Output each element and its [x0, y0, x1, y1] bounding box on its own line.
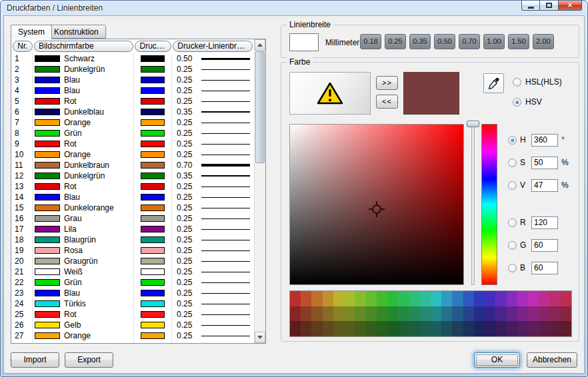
close-button[interactable]: ×: [559, 1, 582, 11]
palette-cell[interactable]: [344, 291, 355, 306]
color-mode-option[interactable]: HSL(HLS): [513, 77, 562, 87]
palette-cell[interactable]: [485, 321, 495, 336]
palette-cell[interactable]: [463, 321, 474, 336]
header-print-linewidth[interactable]: Drucker-Linienbrei...: [173, 41, 253, 52]
color-mode-radio[interactable]: [513, 98, 521, 107]
palette-cell[interactable]: [507, 321, 517, 336]
palette-cell[interactable]: [420, 291, 431, 306]
palette-cell[interactable]: [517, 306, 528, 322]
palette-cell[interactable]: [355, 306, 365, 322]
table-row[interactable]: 3Blau0.25: [11, 75, 254, 85]
palette-cell[interactable]: [366, 291, 377, 306]
palette-cell[interactable]: [550, 306, 561, 322]
table-row[interactable]: 19Rosa0.25: [11, 245, 254, 256]
transfer-right-button[interactable]: >>: [376, 76, 398, 90]
palette-cell[interactable]: [539, 306, 549, 322]
blue-input[interactable]: [531, 262, 558, 274]
palette-cell[interactable]: [495, 291, 506, 306]
palette-cell[interactable]: [333, 291, 344, 306]
table-row[interactable]: 27Orange0.25: [11, 330, 254, 341]
saturation-input[interactable]: [531, 157, 558, 169]
palette-cell[interactable]: [539, 291, 549, 306]
table-row[interactable]: 11Dunkelbraun0.70: [11, 160, 254, 171]
table-row[interactable]: 24Türkis0.25: [11, 298, 254, 309]
linewidth-preset-button[interactable]: 2.00: [533, 34, 554, 49]
table-row[interactable]: 1Schwarz0.50: [11, 53, 254, 64]
table-row[interactable]: 25Rot0.25: [11, 309, 254, 320]
palette-cell[interactable]: [387, 291, 398, 306]
palette-cell[interactable]: [311, 291, 322, 306]
palette-cell[interactable]: [507, 306, 517, 322]
palette-cell[interactable]: [366, 306, 377, 322]
palette-cell[interactable]: [377, 291, 387, 306]
vertical-scrollbar[interactable]: [254, 39, 265, 343]
palette-cell[interactable]: [561, 321, 571, 336]
table-row[interactable]: 7Orange0.25: [11, 117, 254, 128]
transfer-left-button[interactable]: <<: [376, 95, 398, 109]
palette-cell[interactable]: [301, 306, 311, 322]
scroll-down-button[interactable]: [255, 332, 265, 343]
scrollbar-thumb[interactable]: [255, 51, 265, 163]
green-input[interactable]: [531, 239, 558, 252]
palette-cell[interactable]: [323, 306, 333, 322]
palette-cell[interactable]: [366, 321, 377, 336]
linewidth-preset-button[interactable]: 0.70: [459, 34, 480, 49]
hue-radio[interactable]: [508, 136, 517, 145]
table-row[interactable]: 5Rot0.25: [11, 96, 254, 107]
palette-cell[interactable]: [355, 291, 365, 306]
table-row[interactable]: 8Grün0.25: [11, 128, 254, 139]
sv-field[interactable]: [289, 124, 464, 285]
table-row[interactable]: 20Graugrün0.25: [11, 256, 254, 266]
palette-cell[interactable]: [398, 321, 409, 336]
table-row[interactable]: 14Blau0.25: [11, 192, 254, 202]
palette-cell[interactable]: [452, 306, 463, 322]
palette-cell[interactable]: [290, 306, 301, 322]
table-row[interactable]: 22Grün0.25: [11, 277, 254, 288]
palette-cell[interactable]: [431, 306, 441, 322]
header-print-color[interactable]: Druckf...: [135, 41, 171, 52]
header-screen-color[interactable]: Bildschirmfarbe: [34, 41, 134, 52]
palette-cell[interactable]: [539, 321, 549, 336]
palette-cell[interactable]: [550, 321, 561, 336]
header-nr[interactable]: Nr.: [13, 41, 33, 52]
palette-cell[interactable]: [323, 291, 333, 306]
tab-system[interactable]: System: [11, 25, 52, 39]
palette-cell[interactable]: [431, 291, 441, 306]
palette-cell[interactable]: [311, 306, 322, 322]
green-radio[interactable]: [508, 241, 517, 250]
palette-cell[interactable]: [344, 321, 355, 336]
palette-cell[interactable]: [290, 321, 301, 336]
color-mode-option[interactable]: HSV: [513, 97, 562, 107]
linewidth-preset-button[interactable]: 0.50: [434, 34, 455, 49]
palette-cell[interactable]: [528, 306, 539, 322]
palette-cell[interactable]: [452, 291, 463, 306]
table-row[interactable]: 9Rot0.25: [11, 139, 254, 149]
palette-cell[interactable]: [441, 291, 452, 306]
palette-cell[interactable]: [528, 321, 539, 336]
palette-cell[interactable]: [517, 291, 528, 306]
table-row[interactable]: 10Orange0.25: [11, 149, 254, 160]
scroll-up-button[interactable]: [255, 39, 265, 51]
palette-cell[interactable]: [409, 306, 420, 322]
table-row[interactable]: 23Blau0.25: [11, 288, 254, 298]
palette-cell[interactable]: [387, 321, 398, 336]
hue-bar[interactable]: [481, 124, 497, 285]
import-button[interactable]: Import: [11, 352, 59, 368]
title-bar[interactable]: Druckfarben / Linienbreiten ×: [1, 1, 587, 15]
palette-cell[interactable]: [474, 306, 485, 322]
palette-cell[interactable]: [452, 321, 463, 336]
table-row[interactable]: 6Dunkelblau0.35: [11, 107, 254, 117]
linewidth-preset-button[interactable]: 0.18: [360, 34, 381, 49]
color-mode-radio[interactable]: [513, 78, 521, 87]
ok-button[interactable]: OK: [474, 352, 520, 368]
saturation-radio[interactable]: [508, 159, 517, 167]
palette-cell[interactable]: [398, 306, 409, 322]
red-radio[interactable]: [508, 218, 517, 227]
linewidth-preset-button[interactable]: 0.35: [409, 34, 431, 49]
table-row[interactable]: 15Dunkelorange0.25: [11, 202, 254, 213]
hue-slider-track[interactable]: [471, 124, 475, 285]
tab-konstruktion[interactable]: Konstruktion: [47, 25, 106, 39]
palette-cell[interactable]: [420, 321, 431, 336]
table-row[interactable]: 28Orange0.25: [11, 341, 254, 343]
palette-cell[interactable]: [398, 291, 409, 306]
